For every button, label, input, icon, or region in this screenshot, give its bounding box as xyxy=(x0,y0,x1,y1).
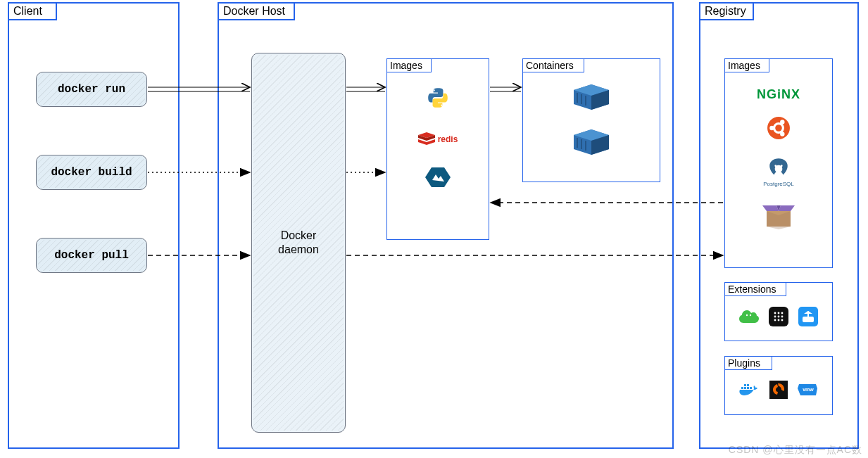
registry-images-title: Images xyxy=(724,58,769,72)
jfrog-icon xyxy=(739,307,759,329)
cmd-docker-pull: docker pull xyxy=(36,238,147,273)
python-icon xyxy=(426,86,450,113)
svg-marker-2 xyxy=(425,167,451,187)
portainer-icon xyxy=(798,307,818,329)
svg-rect-33 xyxy=(747,387,749,389)
docker-daemon: Dockerdaemon xyxy=(251,53,346,433)
svg-point-0 xyxy=(434,89,435,91)
cmd-docker-build: docker build xyxy=(36,155,147,190)
cmd-docker-pull-label: docker pull xyxy=(54,249,129,262)
registry-title: Registry xyxy=(699,2,754,20)
cmd-docker-run-label: docker run xyxy=(58,83,125,96)
svg-point-15 xyxy=(781,165,783,167)
host-containers-box: Containers xyxy=(522,58,660,182)
svg-point-13 xyxy=(780,132,784,136)
svg-point-27 xyxy=(781,319,784,322)
vmware-icon: vmw xyxy=(798,381,819,401)
client-title: Client xyxy=(8,2,57,20)
svg-point-12 xyxy=(780,120,784,124)
registry-plugins-box: Plugins vmw xyxy=(724,356,833,415)
host-containers-title: Containers xyxy=(522,58,584,72)
watermark: CSDN @心里没有一点AC数 xyxy=(729,444,862,457)
svg-point-24 xyxy=(781,316,784,318)
svg-point-14 xyxy=(774,165,776,167)
redis-icon: redis xyxy=(418,132,458,146)
svg-point-19 xyxy=(774,312,776,314)
package-icon xyxy=(762,201,795,232)
grafana-icon xyxy=(769,381,788,402)
svg-text:vmw: vmw xyxy=(803,387,814,392)
svg-point-17 xyxy=(750,314,751,316)
container-icon xyxy=(572,83,610,114)
host-title: Docker Host xyxy=(218,2,295,20)
container-icon xyxy=(572,128,610,159)
svg-point-16 xyxy=(746,314,748,316)
grid-app-icon xyxy=(769,307,788,329)
svg-rect-35 xyxy=(747,384,749,386)
svg-rect-31 xyxy=(741,387,743,389)
registry-plugins-title: Plugins xyxy=(724,356,772,370)
svg-rect-37 xyxy=(769,381,788,399)
registry-extensions-box: Extensions xyxy=(724,282,833,341)
registry-images-box: Images NGiNX PostgreSQL xyxy=(724,58,833,268)
ubuntu-icon xyxy=(767,116,791,143)
svg-point-22 xyxy=(774,316,776,318)
nginx-icon: NGiNX xyxy=(757,87,800,102)
svg-point-21 xyxy=(781,312,784,314)
svg-point-20 xyxy=(778,312,780,314)
svg-point-1 xyxy=(441,105,442,106)
svg-rect-29 xyxy=(803,317,814,322)
registry-extensions-title: Extensions xyxy=(724,282,786,296)
host-images-box: Images redis xyxy=(386,58,489,240)
svg-point-11 xyxy=(769,126,774,130)
svg-point-23 xyxy=(778,316,780,318)
client-box: Client xyxy=(8,2,180,449)
svg-rect-34 xyxy=(744,384,746,386)
svg-point-25 xyxy=(774,319,776,322)
alpine-icon xyxy=(425,166,451,191)
docker-whale-icon xyxy=(738,381,760,401)
svg-rect-36 xyxy=(750,387,752,389)
cmd-docker-run: docker run xyxy=(36,72,147,107)
host-images-title: Images xyxy=(386,58,432,72)
postgresql-icon: PostgreSQL xyxy=(763,157,794,187)
docker-daemon-label: Dockerdaemon xyxy=(278,229,319,257)
svg-point-26 xyxy=(778,319,780,322)
svg-rect-32 xyxy=(744,387,746,389)
cmd-docker-build-label: docker build xyxy=(51,166,132,179)
